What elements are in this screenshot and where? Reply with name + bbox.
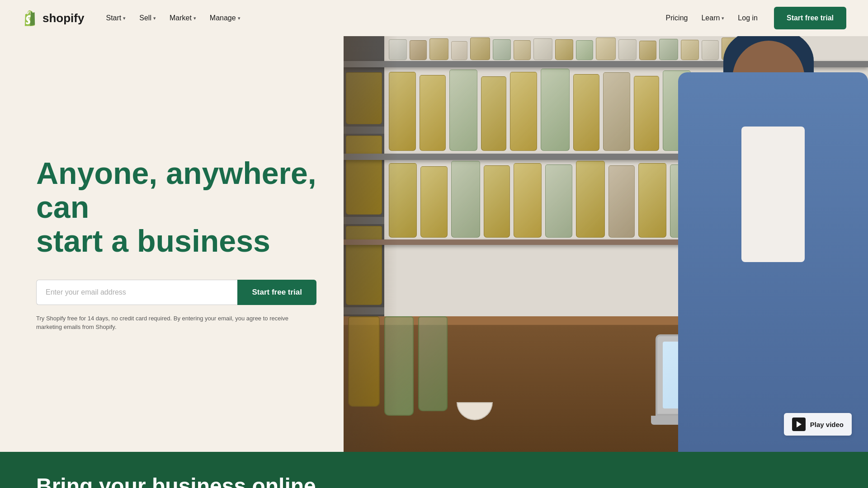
- jar-item: [449, 70, 477, 151]
- person-shirt: [741, 127, 805, 262]
- brand-name: shopify: [42, 11, 84, 25]
- hero-disclaimer: Try Shopify free for 14 days, no credit …: [36, 314, 298, 332]
- nav-login-label: Log in: [738, 14, 758, 22]
- jar-item: [618, 39, 637, 60]
- nav-learn-label: Learn: [701, 14, 720, 22]
- jar-item: [470, 38, 490, 60]
- bottom-section: Bring your business online: [0, 452, 868, 488]
- jar-item: [514, 163, 542, 238]
- bottom-heading: Bring your business online: [36, 474, 316, 488]
- hero-section: Anyone, anywhere, can start a business S…: [0, 36, 868, 452]
- jar-item: [596, 38, 616, 60]
- jar-item: [603, 72, 630, 151]
- nav-manage-chevron-icon: ▾: [238, 15, 241, 21]
- jar-item: [681, 40, 699, 60]
- jar-item: [429, 38, 448, 60]
- play-icon: [792, 418, 806, 431]
- jar-item: [484, 165, 510, 238]
- jar-item: [609, 165, 635, 238]
- nav-sell-chevron-icon: ▾: [153, 15, 156, 21]
- nav-left: shopify Start ▾ Sell ▾ Market ▾ Manage ▾: [22, 10, 246, 26]
- jar-item: [410, 40, 427, 60]
- navbar: shopify Start ▾ Sell ▾ Market ▾ Manage ▾: [0, 0, 868, 36]
- nav-cta-button[interactable]: Start free trial: [774, 7, 846, 29]
- jar-item: [493, 39, 511, 60]
- person-figure: [642, 72, 868, 452]
- jar-item: [659, 39, 678, 60]
- nav-link-manage[interactable]: Manage ▾: [204, 10, 246, 26]
- jar-item: [451, 161, 480, 238]
- jar-item: [573, 74, 599, 151]
- jar-item: [481, 76, 506, 151]
- shopify-logo-icon: [22, 10, 38, 26]
- nav-start-chevron-icon: ▾: [123, 15, 126, 21]
- left-edge-shadow: [344, 36, 398, 452]
- nav-link-pricing[interactable]: Pricing: [660, 10, 693, 26]
- play-video-button[interactable]: Play video: [784, 413, 852, 436]
- hero-heading-line2: start a business: [36, 224, 270, 258]
- jar-item: [576, 161, 605, 238]
- jar-item: [702, 40, 719, 60]
- nav-link-login[interactable]: Log in: [732, 10, 763, 26]
- nav-link-sell[interactable]: Sell ▾: [134, 10, 161, 26]
- jar-item: [639, 41, 656, 60]
- nav-learn-chevron-icon: ▾: [722, 15, 724, 21]
- email-form: Start free trial: [36, 280, 316, 305]
- table-jar-herb-3: [418, 316, 448, 411]
- nav-pricing-label: Pricing: [666, 14, 688, 22]
- jar-item: [576, 40, 593, 60]
- nav-links-left: Start ▾ Sell ▾ Market ▾ Manage ▾: [100, 10, 245, 26]
- nav-market-chevron-icon: ▾: [193, 15, 196, 21]
- hero-heading: Anyone, anywhere, can start a business: [36, 156, 316, 258]
- photo-scene: Play video: [344, 36, 868, 452]
- hero-image: Play video: [344, 36, 868, 452]
- nav-link-market[interactable]: Market ▾: [164, 10, 202, 26]
- nav-right: Pricing Learn ▾ Log in Start free trial: [660, 7, 846, 29]
- jar-item: [545, 164, 572, 238]
- hero-cta-button[interactable]: Start free trial: [237, 280, 316, 305]
- play-video-label: Play video: [810, 421, 844, 428]
- jar-item: [514, 40, 531, 60]
- jar-item: [555, 39, 573, 60]
- play-triangle-icon: [797, 421, 802, 427]
- logo-link[interactable]: shopify: [22, 10, 84, 26]
- hero-heading-line1: Anyone, anywhere, can: [36, 156, 316, 224]
- table-bowl: [457, 402, 493, 420]
- jar-item: [533, 38, 552, 60]
- jar-item: [510, 72, 537, 151]
- jar-item: [541, 69, 570, 151]
- nav-link-learn[interactable]: Learn ▾: [696, 10, 730, 26]
- jar-item: [451, 41, 467, 60]
- nav-market-label: Market: [170, 14, 192, 22]
- nav-start-label: Start: [106, 14, 121, 22]
- hero-left: Anyone, anywhere, can start a business S…: [0, 36, 344, 452]
- email-input[interactable]: [36, 280, 237, 305]
- nav-link-start[interactable]: Start ▾: [100, 10, 131, 26]
- nav-right-links: Pricing Learn ▾ Log in: [660, 10, 763, 26]
- jar-item: [420, 75, 446, 151]
- nav-sell-label: Sell: [139, 14, 151, 22]
- nav-manage-label: Manage: [210, 14, 236, 22]
- jar-item: [420, 166, 448, 238]
